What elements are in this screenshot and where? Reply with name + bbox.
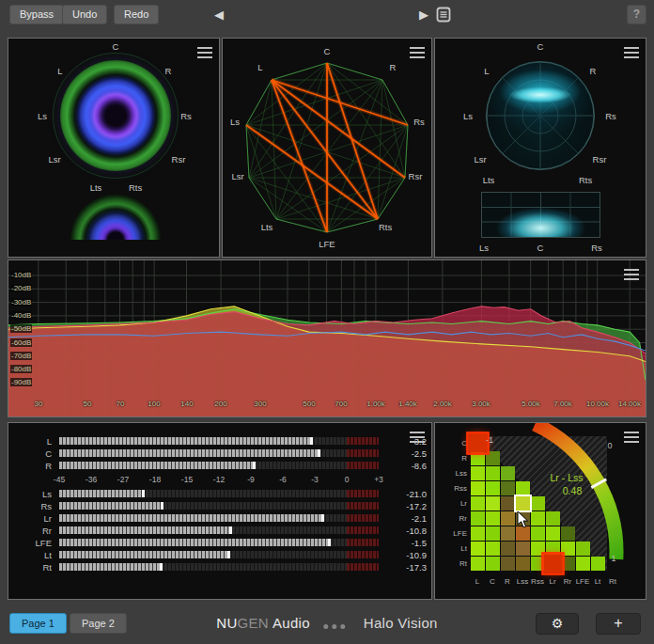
correlation-web-display (223, 39, 431, 257)
undo-button[interactable]: Undo (62, 5, 107, 24)
web-label-c: C (324, 46, 331, 56)
matrix-cell-lt-lr[interactable] (546, 542, 560, 556)
matrix-cell-rt-lfe[interactable] (576, 557, 590, 571)
matrix-cell-rr-c[interactable] (486, 511, 500, 526)
settings-button[interactable]: ⚙ (536, 613, 579, 635)
matrix-cell-lr-rss[interactable] (531, 496, 545, 510)
matrix-cell-rr-l[interactable] (471, 511, 485, 526)
matrix-cell-c-l[interactable] (469, 434, 488, 453)
matrix-cell-lfe-l[interactable] (471, 526, 485, 541)
matrix-cell-lfe-lr[interactable] (546, 526, 560, 541)
matrix-cell-rr-lr[interactable] (546, 511, 560, 526)
matrix-cell-rss-r[interactable] (501, 481, 515, 495)
matrix-row-label: LFE (435, 529, 467, 538)
matrix-cell-rr-rss[interactable] (531, 511, 545, 526)
matrix-cell-lr-l[interactable] (471, 496, 485, 510)
meter-channel-label: C (8, 448, 52, 459)
matrix-cell-lt-lss[interactable] (516, 542, 530, 556)
bypass-button[interactable]: Bypass (9, 5, 64, 24)
matrix-cell-lt-l[interactable] (471, 542, 485, 556)
correlation-web-menu-button[interactable] (410, 47, 425, 58)
matrix-cell-lfe-c[interactable] (486, 526, 500, 541)
correlation-matrix-menu-button[interactable] (624, 432, 639, 443)
matrix-cell-rr-r[interactable] (501, 511, 515, 526)
meter-channel-label: Rs (8, 501, 52, 511)
meter-scale-label: 0 (345, 475, 350, 484)
page1-tab[interactable]: Page 1 (9, 613, 67, 634)
matrix-cell-rt-lss[interactable] (516, 557, 530, 571)
freq-tick-label: 1.40k (398, 400, 417, 408)
matrix-cell-lfe-rss[interactable] (531, 526, 545, 541)
next-preset-icon[interactable]: ▶ (419, 8, 428, 23)
matrix-cell-lr-c[interactable] (486, 496, 500, 510)
matrix-cell-lt-lfe[interactable] (576, 542, 590, 556)
scope1-label-rs: Rs (180, 111, 192, 121)
matrix-cell-lr-r[interactable] (501, 496, 515, 510)
matrix-cell-rt-lr[interactable] (544, 555, 563, 573)
meter-peak (142, 490, 145, 497)
matrix-cell-rt-c[interactable] (486, 557, 500, 571)
meter-channel-label: L (8, 436, 52, 447)
freq-tick-label: 500 (303, 400, 315, 408)
add-panel-button[interactable]: + (596, 613, 641, 635)
matrix-cell-lt-rr[interactable] (561, 542, 575, 556)
matrix-cell-lss-c[interactable] (486, 466, 500, 480)
prev-preset-icon[interactable]: ◀ (214, 8, 224, 23)
meter-channel-label: LFE (8, 538, 52, 548)
matrix-cell-rt-l[interactable] (471, 557, 485, 571)
meter-scale-label: +3 (374, 475, 383, 484)
plus-icon: + (614, 615, 622, 631)
matrix-cell-rss-l[interactable] (471, 481, 485, 495)
web-label-lfe: LFE (319, 239, 335, 249)
redo-button[interactable]: Redo (114, 5, 159, 24)
freq-tick-label: 5.00k (522, 400, 540, 408)
meter-scale: -45-36-27-18-15-12-9-6-30+3 (59, 475, 379, 486)
matrix-cell-rt-r[interactable] (501, 557, 515, 571)
level-meters-menu-button[interactable] (410, 432, 425, 443)
spectrum-menu-button[interactable] (624, 269, 639, 280)
preset-list-icon[interactable] (436, 7, 451, 26)
web-label-lts: Lts (261, 222, 273, 232)
meter-value: -2.5 (412, 448, 427, 459)
matrix-cell-rr-lss[interactable] (516, 511, 530, 526)
spectrum-analyzer-panel: -10dB-20dB-30dB-40dB-50dB-60dB-70dB-80dB… (8, 259, 646, 417)
matrix-cell-rss-c[interactable] (486, 481, 500, 495)
db-tick-label: -20dB (10, 284, 32, 292)
matrix-cell-lss-r[interactable] (501, 466, 515, 480)
matrix-cell-lt-c[interactable] (486, 542, 500, 556)
meter-channel-label: Ls (8, 489, 52, 499)
matrix-cell-lr-lss[interactable] (516, 496, 530, 510)
matrix-cell-lss-l[interactable] (471, 466, 485, 480)
gauge-label-zero: 0 (607, 441, 612, 450)
matrix-cell-lt-rss[interactable] (531, 542, 545, 556)
matrix-row-label: Lss (435, 469, 467, 478)
brand-logo: NUGENAudioHalo Vision (216, 615, 437, 634)
matrix-cell-lt-r[interactable] (501, 542, 515, 556)
matrix-cell-rss-lss[interactable] (516, 481, 530, 495)
meter-red-zone (347, 539, 379, 546)
freq-tick-label: 300 (254, 400, 266, 408)
page2-tab[interactable]: Page 2 (70, 613, 127, 634)
meter-row-l: L-3.2 (8, 437, 431, 446)
matrix-cell-r-l[interactable] (471, 451, 485, 465)
product-name: Halo Vision (364, 615, 438, 631)
matrix-cell-lfe-r[interactable] (501, 526, 515, 541)
polar-label-rs: Rs (605, 111, 616, 121)
matrix-cell-rt-rss[interactable] (531, 557, 545, 571)
meter-red-zone (347, 437, 379, 445)
help-button[interactable]: ? (627, 5, 646, 24)
matrix-cell-r-c[interactable] (486, 451, 500, 465)
matrix-cell-lfe-lss[interactable] (516, 526, 530, 541)
meter-fill (59, 490, 145, 497)
meter-peak (227, 551, 230, 558)
meter-fill (59, 502, 164, 510)
matrix-cell-lfe-rr[interactable] (561, 526, 575, 541)
spatial-polar-menu-button[interactable] (624, 47, 639, 58)
meter-value: -17.3 (406, 562, 427, 573)
meter-peak (229, 526, 232, 534)
matrix-cell-rt-rr[interactable] (561, 557, 575, 571)
meter-red-zone (347, 449, 379, 457)
matrix-cell-rt-lt[interactable] (591, 557, 605, 571)
meter-scale-label: -3 (311, 475, 319, 484)
surround-scope-menu-button[interactable] (197, 47, 212, 58)
